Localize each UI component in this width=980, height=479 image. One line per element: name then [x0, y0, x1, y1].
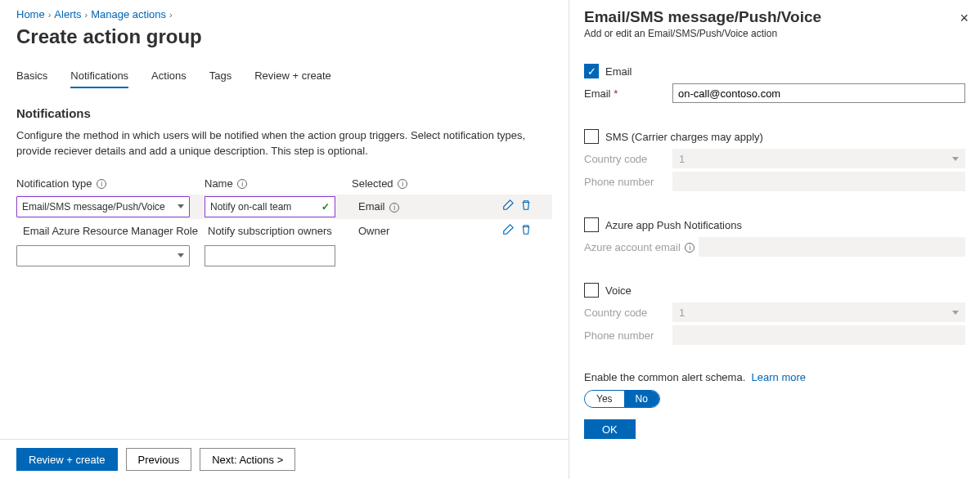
email-checkbox-label: Email: [605, 65, 632, 78]
learn-more-link[interactable]: Learn more: [752, 371, 806, 383]
side-panel: × Email/SMS message/Push/Voice Add or ed…: [569, 0, 980, 479]
breadcrumb: Home › Alerts › Manage actions ›: [16, 8, 552, 20]
sms-checkbox[interactable]: [584, 129, 599, 144]
breadcrumb-manage[interactable]: Manage actions: [91, 8, 166, 20]
breadcrumb-home[interactable]: Home: [16, 8, 45, 20]
chevron-right-icon: ›: [169, 10, 173, 20]
ok-button[interactable]: OK: [584, 419, 636, 439]
toggle-no[interactable]: No: [624, 391, 659, 407]
email-label: Email *: [584, 87, 672, 100]
info-icon[interactable]: i: [685, 243, 695, 253]
chevron-right-icon: ›: [48, 10, 52, 20]
chevron-down-icon: [178, 204, 184, 208]
notification-type-text: Email Azure Resource Manager Role: [16, 225, 205, 237]
tab-bar: Basics Notifications Actions Tags Review…: [16, 69, 552, 88]
selected-value: Email: [358, 200, 385, 213]
notification-name-text: Notify subscription owners: [205, 225, 352, 237]
page-title: Create action group: [16, 25, 552, 48]
panel-subtitle: Add or edit an Email/SMS/Push/Voice acti…: [584, 28, 965, 39]
selected-value: Owner: [352, 225, 491, 237]
chevron-right-icon: ›: [85, 10, 88, 20]
notification-type-dropdown[interactable]: Email/SMS message/Push/Voice: [16, 196, 190, 217]
push-email-input: [699, 237, 965, 257]
tab-tags[interactable]: Tags: [209, 69, 232, 88]
schema-text: Enable the common alert schema.: [584, 371, 745, 383]
section-title: Notifications: [16, 106, 552, 120]
chevron-down-icon: [952, 157, 959, 161]
breadcrumb-alerts[interactable]: Alerts: [54, 8, 81, 20]
edit-icon[interactable]: [502, 224, 514, 235]
next-button[interactable]: Next: Actions >: [200, 448, 295, 471]
tab-actions[interactable]: Actions: [151, 69, 187, 88]
voice-phone-label: Phone number: [584, 329, 672, 342]
sms-phone-input: [672, 172, 965, 191]
check-icon: ✓: [321, 201, 330, 213]
toggle-yes[interactable]: Yes: [585, 391, 624, 407]
sms-checkbox-label: SMS (Carrier charges may apply): [605, 131, 763, 143]
voice-checkbox-label: Voice: [605, 284, 632, 297]
tab-review[interactable]: Review + create: [254, 69, 331, 88]
info-icon[interactable]: i: [398, 179, 407, 189]
push-checkbox[interactable]: [584, 217, 599, 232]
column-header-selected: Selected i: [352, 177, 491, 190]
sms-country-code-label: Country code: [584, 153, 672, 165]
tab-basics[interactable]: Basics: [16, 69, 47, 88]
table-row-empty: [16, 244, 552, 268]
voice-country-code-dropdown: 1: [672, 302, 965, 322]
email-checkbox[interactable]: [584, 64, 599, 78]
schema-toggle[interactable]: Yes No: [584, 390, 660, 408]
review-create-button[interactable]: Review + create: [16, 448, 118, 471]
column-header-type: Notification type i: [16, 177, 205, 190]
sms-country-code-dropdown: 1: [672, 149, 965, 168]
table-row: Email Azure Resource Manager Role Notify…: [16, 219, 552, 244]
table-row: Email/SMS message/Push/Voice Notify on-c…: [16, 195, 552, 219]
delete-icon[interactable]: [520, 224, 532, 235]
delete-icon[interactable]: [520, 199, 532, 211]
email-input[interactable]: [672, 83, 965, 103]
previous-button[interactable]: Previous: [126, 448, 192, 471]
info-icon[interactable]: i: [389, 203, 399, 213]
footer-bar: Review + create Previous Next: Actions >: [0, 439, 569, 479]
info-icon[interactable]: i: [237, 179, 247, 189]
sms-phone-label: Phone number: [584, 176, 672, 188]
notification-name-input[interactable]: Notify on-call team ✓: [205, 196, 335, 217]
edit-icon[interactable]: [502, 199, 514, 211]
panel-title: Email/SMS message/Push/Voice: [584, 8, 965, 26]
notification-name-input-empty[interactable]: [205, 245, 335, 266]
push-checkbox-label: Azure app Push Notifications: [605, 219, 742, 231]
notification-type-dropdown-empty[interactable]: [16, 245, 190, 266]
close-icon[interactable]: ×: [960, 10, 969, 27]
chevron-down-icon: [178, 253, 184, 257]
info-icon[interactable]: i: [97, 179, 106, 189]
chevron-down-icon: [952, 311, 959, 315]
push-email-label: Azure account email i: [584, 241, 699, 253]
voice-country-code-label: Country code: [584, 307, 672, 319]
column-header-name: Name i: [205, 177, 352, 190]
voice-checkbox[interactable]: [584, 283, 599, 298]
voice-phone-input: [672, 325, 965, 345]
tab-notifications[interactable]: Notifications: [70, 69, 128, 88]
section-desc: Configure the method in which users will…: [16, 128, 540, 159]
